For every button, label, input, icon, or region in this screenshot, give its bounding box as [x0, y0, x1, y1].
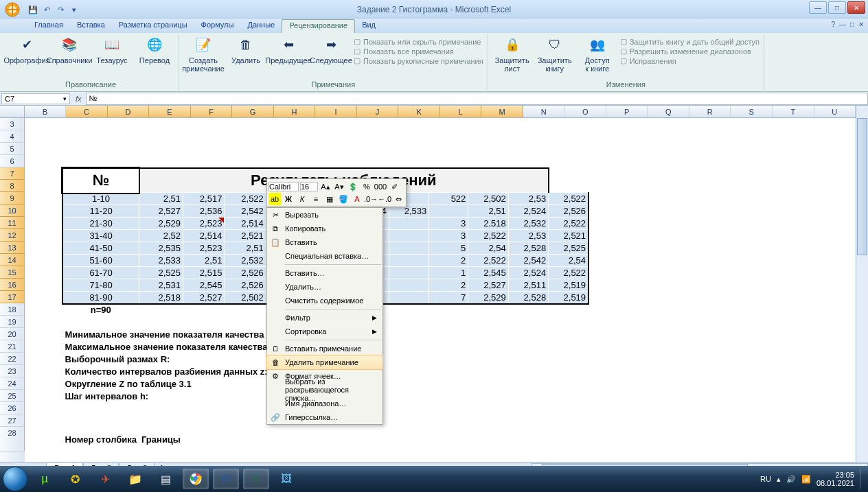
borders-icon[interactable]: ▦	[323, 193, 336, 205]
data-cell[interactable]: 2,54	[549, 255, 589, 267]
row-header[interactable]: 26	[0, 402, 25, 414]
row-header[interactable]: 14	[0, 254, 25, 266]
context-menu-item[interactable]: 🔗Гиперссылка…	[267, 410, 382, 424]
row-label[interactable]: 21-30	[62, 218, 139, 230]
mini-size-input[interactable]	[300, 182, 318, 191]
data-cell[interactable]: 2,502	[225, 292, 266, 304]
context-menu-item[interactable]: Имя диапазона…	[267, 397, 382, 410]
ribbon-button[interactable]: 🔒Защититьлист	[492, 36, 532, 73]
context-menu-item[interactable]: 📋Вставить	[267, 235, 382, 249]
data-cell[interactable]: 2,527	[468, 279, 508, 292]
data-cell[interactable]: 2,522	[468, 230, 508, 242]
ribbon-tab[interactable]: Рецензирование	[282, 19, 355, 33]
column-header[interactable]: G	[232, 106, 274, 117]
column-header[interactable]: K	[398, 106, 440, 117]
row-header[interactable]: 16	[0, 279, 25, 291]
taskbar-app5-icon[interactable]: ▤	[152, 469, 179, 489]
data-cell[interactable]: 2,502	[468, 193, 508, 205]
qat-dropdown-icon[interactable]: ▾	[69, 4, 80, 15]
row-header[interactable]: 11	[0, 217, 25, 229]
data-cell[interactable]: 2,533	[139, 255, 183, 267]
ribbon-button[interactable]: 🛡Защититькнигу	[535, 36, 575, 73]
merge-icon[interactable]: ⇔	[392, 193, 404, 205]
ribbon-tab[interactable]: Вставка	[70, 19, 112, 33]
taskbar-app3-icon[interactable]: ✈	[92, 469, 118, 489]
row-header[interactable]: 24	[0, 377, 25, 390]
column-header[interactable]: Q	[648, 106, 689, 117]
data-cell[interactable]: 2,528	[508, 242, 548, 255]
data-cell[interactable]	[389, 292, 429, 304]
data-cell[interactable]: 2,522	[549, 193, 589, 205]
row-label[interactable]: 31-40	[62, 230, 139, 242]
data-cell[interactable]	[389, 230, 429, 242]
data-cell[interactable]: 2,535	[139, 242, 183, 255]
data-cell[interactable]: 2,522	[468, 255, 508, 267]
row-label[interactable]: 1-10	[62, 193, 139, 205]
context-menu-item[interactable]: Очистить содержимое	[267, 294, 382, 307]
data-cell[interactable]: 2,526	[549, 205, 589, 218]
row-header[interactable]: 4	[0, 130, 25, 143]
qat-undo-icon[interactable]: ↶	[41, 4, 52, 15]
context-menu-item[interactable]: Выбрать из раскрывающегося списка…	[267, 383, 382, 397]
row-header[interactable]: 17	[0, 291, 25, 303]
data-cell[interactable]: 3	[429, 218, 468, 230]
row-header[interactable]: 9	[0, 192, 25, 204]
tray-network-icon[interactable]: 📶	[801, 475, 811, 484]
format-painter-icon[interactable]: ✐	[388, 180, 400, 193]
data-cell[interactable]	[429, 205, 468, 218]
show-desktop-button[interactable]	[860, 469, 865, 489]
row-header[interactable]: 12	[0, 229, 25, 242]
context-menu-item[interactable]: ✂Вырезать	[267, 208, 382, 222]
data-cell[interactable]: 2,542	[225, 205, 266, 218]
taskbar-excel-icon[interactable]: X	[243, 469, 269, 489]
row-header[interactable]: 8	[0, 180, 25, 192]
row-header[interactable]: 25	[0, 390, 25, 402]
data-cell[interactable]: 2,524	[508, 205, 548, 218]
data-cell[interactable]: 2,523	[183, 242, 224, 255]
row-header[interactable]: 18	[0, 303, 25, 316]
column-header[interactable]: N	[523, 106, 565, 117]
data-cell[interactable]: 2,529	[468, 292, 508, 304]
row-header[interactable]: 28	[0, 427, 25, 452]
data-cell[interactable]: 2,518	[468, 218, 508, 230]
ribbon-button[interactable]: ➡Следующее	[311, 36, 351, 73]
data-cell[interactable]: 2,514	[225, 218, 266, 230]
data-cell[interactable]	[389, 255, 429, 267]
ribbon-button[interactable]: ✔Орфография	[7, 36, 47, 65]
column-header[interactable]: P	[606, 106, 648, 117]
context-menu-item[interactable]: 🗑Удалить примечание	[267, 355, 382, 369]
taskbar-chrome-icon[interactable]	[183, 469, 209, 489]
row-header[interactable]: 21	[0, 340, 25, 353]
highlight-icon[interactable]: ab	[269, 193, 281, 205]
taskbar-explorer-icon[interactable]: 📁	[122, 469, 148, 489]
doc-restore-icon[interactable]: □	[850, 21, 854, 28]
tray-show-hidden-icon[interactable]: ▴	[777, 475, 781, 484]
ribbon-button[interactable]: 📝Создатьпримечание	[183, 36, 223, 73]
ribbon-list-item[interactable]: ▢Защитить книгу и дать общий доступ	[620, 37, 760, 46]
dec-decimal-icon[interactable]: ←.0	[378, 193, 391, 205]
account-fmt-icon[interactable]: 💲	[347, 180, 359, 193]
qat-redo-icon[interactable]: ↷	[55, 4, 66, 15]
ribbon-tab[interactable]: Формулы	[194, 19, 241, 33]
row-label[interactable]: 41-50	[62, 242, 139, 255]
data-cell[interactable]: 2,522	[549, 267, 589, 279]
ribbon-list-item[interactable]: ▢Показать все примечания	[354, 47, 483, 56]
data-cell[interactable]: 2,54	[468, 242, 508, 255]
data-cell[interactable]: 2,524	[508, 267, 548, 279]
data-cell[interactable]: 2,529	[139, 218, 183, 230]
context-menu-item[interactable]: Специальная вставка…	[267, 249, 382, 263]
column-header[interactable]: S	[731, 106, 773, 117]
data-cell[interactable]: 2,527	[183, 292, 224, 304]
doc-close-icon[interactable]: ✕	[858, 21, 864, 28]
column-header[interactable]: J	[357, 106, 399, 117]
ribbon-tab[interactable]: Вид	[355, 19, 382, 33]
n-cell[interactable]: n=90	[62, 304, 139, 316]
column-header[interactable]: L	[440, 106, 482, 117]
data-cell[interactable]: 5	[429, 242, 468, 255]
tray-volume-icon[interactable]: 🔊	[786, 475, 796, 484]
data-cell[interactable]: 2,545	[183, 279, 224, 292]
taskbar-pictures-icon[interactable]: 🖼	[273, 469, 299, 489]
taskbar-word-icon[interactable]: W	[213, 469, 239, 489]
data-cell[interactable]: 2,53	[508, 230, 548, 242]
data-cell[interactable]: 2,519	[549, 279, 589, 292]
